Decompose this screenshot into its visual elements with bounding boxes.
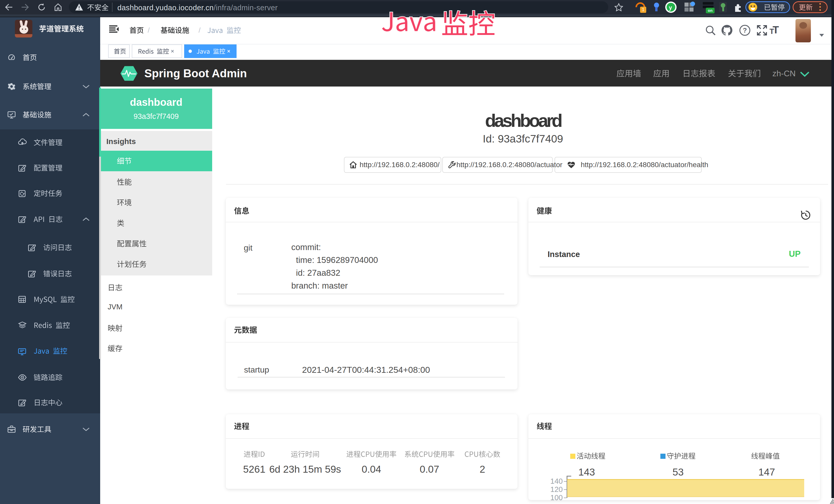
svg-text:?: ? bbox=[743, 26, 747, 34]
